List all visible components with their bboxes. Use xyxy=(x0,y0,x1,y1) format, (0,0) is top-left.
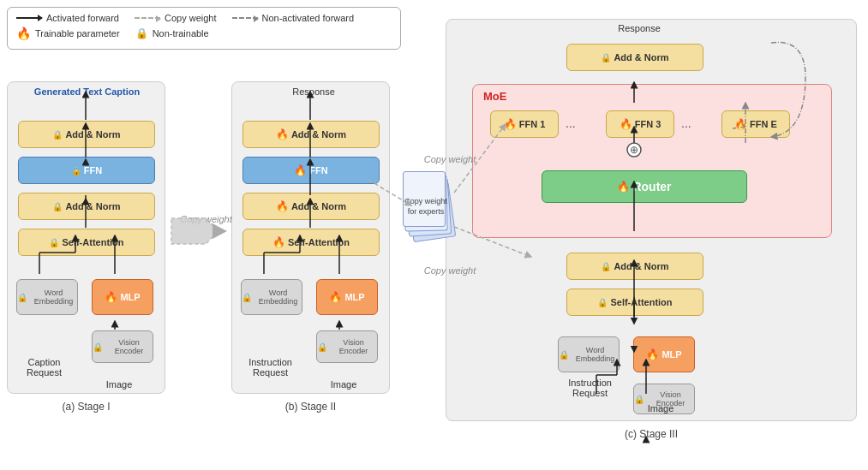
stage3-output-label: Response xyxy=(601,23,678,33)
legend-activated: Activated forward xyxy=(16,13,119,23)
stage3-word-embedding: 🔒 Word Embedding xyxy=(558,336,620,372)
legend-nontrainable: 🔒 Non-trainable xyxy=(135,27,209,39)
stage2-ffn-label: FFN xyxy=(309,165,327,176)
stage1-image-label: Image xyxy=(93,379,145,390)
stage2-input-label: Instruction Request xyxy=(234,357,307,378)
copy-weight-experts-label: Copy weight for experts xyxy=(404,197,447,217)
stage2-caption: (b) Stage II xyxy=(231,401,390,413)
copy-weight-upper: Copy weight xyxy=(420,154,480,164)
legend-trainable: 🔥 Trainable parameter xyxy=(16,27,120,40)
stage1-caption: (a) Stage I xyxy=(7,401,165,413)
stage3-ffn1: 🔥 FFN 1 xyxy=(490,110,559,138)
moe-label: MoE xyxy=(483,90,506,103)
stage3-router: 🔥 Router xyxy=(542,170,747,203)
stage3-router-label: Router xyxy=(632,180,671,193)
stage1-add-norm1-label: Add & Norm xyxy=(65,129,120,140)
trainable-label: Trainable parameter xyxy=(35,28,120,39)
moe-panel: MoE 🔥 FFN 1 ··· 🔥 FFN 3 ··· 🔥 FFN E xyxy=(472,84,832,238)
stage2-output-label: Response xyxy=(275,86,352,97)
stage3-self-attention: 🔒 Self-Attention xyxy=(566,289,703,316)
stage1-self-attention-label: Self-Attention xyxy=(62,237,123,247)
stage2-add-norm2: 🔥 Add & Norm xyxy=(242,193,380,220)
stage2-self-attention-label: Self-Attention xyxy=(288,237,350,247)
stage2-ffn: 🔥 FFN xyxy=(242,157,380,184)
legend-nonactivated: Non-activated forward xyxy=(232,13,355,23)
nontrainable-label: Non-trainable xyxy=(153,28,209,39)
stage3-self-attention-label: Self-Attention xyxy=(610,297,672,307)
stage2-word-embedding: 🔒 Word Embedding xyxy=(241,279,302,315)
stage3-ffne: 🔥 FFN E xyxy=(721,110,790,138)
stage3-panel: Response 🔒 Add & Norm MoE 🔥 FFN 1 ··· 🔥 … xyxy=(446,19,857,421)
stage1-vision-encoder: 🔒 Vision Encoder xyxy=(92,330,153,363)
stage1-word-embedding: 🔒 Word Embedding xyxy=(16,279,78,315)
copy-weight-lower: Copy weight xyxy=(420,265,480,276)
diagram-container: Activated forward Copy weight Non-activa… xyxy=(0,0,868,470)
stage3-add-norm-top: 🔒 Add & Norm xyxy=(566,44,703,71)
stage2-add-norm1: 🔥 Add & Norm xyxy=(242,121,380,148)
stage2-vision-encoder: 🔒 Vision Encoder xyxy=(316,330,378,363)
moe-dots1: ··· xyxy=(566,119,576,133)
activated-arrow-icon xyxy=(16,17,42,19)
stage1-output-label: Generated Text Caption xyxy=(21,86,153,97)
stage3-ffn1-label: FFN 1 xyxy=(519,119,546,129)
legend-copy: Copy weight xyxy=(135,13,217,23)
stage2-self-attention: 🔥 Self-Attention xyxy=(242,229,380,256)
stage3-mlp-label: MLP xyxy=(661,349,681,360)
moe-dots2: ··· xyxy=(681,119,691,133)
stage1-add-norm2: 🔒 Add & Norm xyxy=(18,193,155,220)
legend: Activated forward Copy weight Non-activa… xyxy=(7,7,401,50)
stage2-vision-encoder-label: Vision Encoder xyxy=(330,338,377,355)
stage1-word-embedding-label: Word Embedding xyxy=(30,289,77,306)
stage3-caption: (c) Stage III xyxy=(446,428,857,440)
copy-label: Copy weight xyxy=(165,13,217,23)
stage3-mlp: 🔥 MLP xyxy=(633,336,695,372)
stage1-ffn: 🔒 FFN xyxy=(18,157,155,184)
stage3-ffn3-label: FFN 3 xyxy=(635,119,661,129)
stage1-self-attention: 🔒 Self-Attention xyxy=(18,229,155,256)
stage2-mlp: 🔥 MLP xyxy=(316,279,378,315)
nonactivated-label: Non-activated forward xyxy=(262,13,355,23)
stage1-add-norm2-label: Add & Norm xyxy=(65,201,120,211)
stage1-input-label: Caption Request xyxy=(12,357,76,378)
stage3-ffn3: 🔥 FFN 3 xyxy=(606,110,674,138)
stage1-vision-encoder-label: Vision Encoder xyxy=(105,338,153,355)
stage2-add-norm2-label: Add & Norm xyxy=(291,201,346,211)
stage3-image-label: Image xyxy=(635,403,686,413)
copy-weight-center: Copy weight xyxy=(178,214,234,224)
stage3-input-label: Instruction Request xyxy=(554,378,626,398)
stage2-add-norm1-label: Add & Norm xyxy=(291,129,346,140)
copies-stack: Copy weight for experts xyxy=(403,167,454,253)
copy-arrow-icon xyxy=(135,17,160,19)
stage2-image-label: Image xyxy=(318,379,369,390)
stage1-add-norm1: 🔒 Add & Norm xyxy=(18,121,155,148)
stage1-mlp-label: MLP xyxy=(120,292,140,302)
stage3-ffne-label: FFN E xyxy=(750,119,777,129)
svg-marker-19 xyxy=(213,223,227,239)
stage1-ffn-label: FFN xyxy=(84,165,102,176)
stage1-mlp: 🔥 MLP xyxy=(92,279,153,315)
stage2-mlp-label: MLP xyxy=(344,292,364,302)
stage3-word-embedding-label: Word Embedding xyxy=(572,346,619,363)
stage3-add-norm2: 🔒 Add & Norm xyxy=(566,253,703,280)
stage1-panel: Generated Text Caption 🔒 Add & Norm 🔒 FF… xyxy=(7,81,165,394)
nonactivated-arrow-icon xyxy=(232,17,258,19)
stage3-add-norm-top-label: Add & Norm xyxy=(614,52,668,62)
stage2-panel: Response 🔥 Add & Norm 🔥 FFN 🔥 Add & Norm… xyxy=(231,81,390,394)
activated-label: Activated forward xyxy=(46,13,119,23)
stage3-add-norm2-label: Add & Norm xyxy=(614,261,668,271)
stage2-word-embedding-label: Word Embedding xyxy=(254,289,302,306)
